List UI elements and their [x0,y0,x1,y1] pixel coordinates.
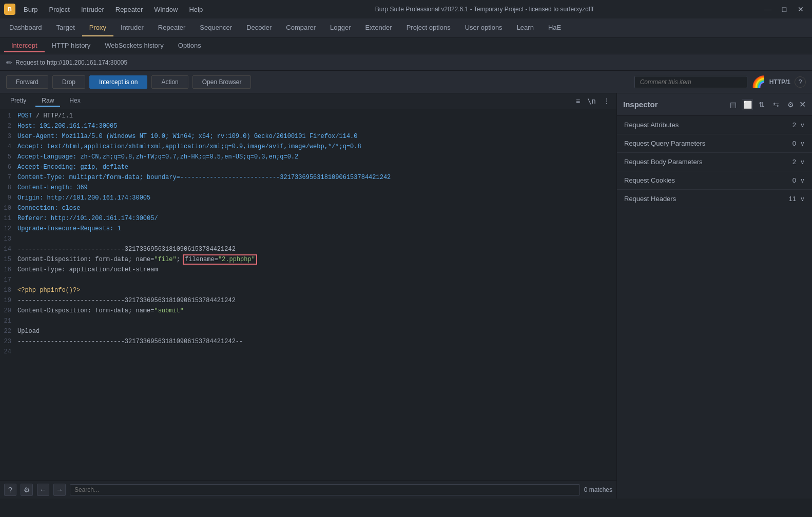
more-icon[interactable]: ⋮ [601,96,612,106]
nav-tab-project-options[interactable]: Project options [399,19,458,36]
code-area[interactable]: 1 POST / HTTP/1.1 2 Host: 101.200.161.17… [0,109,616,480]
editor-tab-raw[interactable]: Raw [35,95,60,107]
nav-tab-hae[interactable]: HaE [541,19,568,36]
action-button[interactable]: Action [151,75,188,89]
inspector-close-button[interactable]: ✕ [799,100,806,109]
nav-tab-decoder[interactable]: Decoder [239,19,279,36]
search-matches: 0 matches [584,486,612,493]
code-line-10: 10 Connection: close [0,204,616,214]
inspector-item-request-attributes[interactable]: Request Attributes 2 ∨ [617,116,812,134]
content-area: Pretty Raw Hex ≡ \n ⋮ 1 POST / HTTP/1.1 … [0,93,812,499]
menu-window[interactable]: Window [149,4,183,15]
code-line-4: 4 Accept: text/html,application/xhtml+xm… [0,142,616,152]
code-line-2: 2 Host: 101.200.161.174:30005 [0,122,616,132]
nav-tab-target[interactable]: Target [49,19,82,36]
menu-help[interactable]: Help [184,4,208,15]
code-line-1: 1 POST / HTTP/1.1 [0,111,616,122]
code-line-8: 8 Content-Length: 369 [0,183,616,193]
help-button[interactable]: ? [795,76,806,88]
code-line-21: 21 [0,316,616,327]
inspector-item-query-params[interactable]: Request Query Parameters 0 ∨ [617,134,812,153]
nav-tab-logger[interactable]: Logger [323,19,358,36]
inspector-panel-icon[interactable]: ⬜ [742,99,753,110]
toolbar: Forward Drop Intercept is on Action Open… [0,71,812,93]
nav-tab-sequencer[interactable]: Sequencer [192,19,239,36]
code-line-11: 11 Referer: http://101.200.161.174:30005… [0,214,616,224]
code-line-6: 6 Accept-Encoding: gzip, deflate [0,163,616,173]
menu-project[interactable]: Project [44,4,74,15]
intercept-button[interactable]: Intercept is on [89,75,147,89]
app-logo: B [4,4,15,15]
code-line-20: 20 Content-Disposition: form-data; name=… [0,306,616,316]
nav-tab-intruder[interactable]: Intruder [113,19,151,36]
inspector-item-cookies[interactable]: Request Cookies 0 ∨ [617,171,812,190]
search-help-button[interactable]: ? [4,484,16,496]
code-line-17: 17 [0,275,616,286]
sub-tab-websockets[interactable]: WebSockets history [98,39,171,52]
maximize-button[interactable]: □ [777,4,791,15]
code-line-12: 12 Upgrade-Insecure-Requests: 1 [0,224,616,234]
drop-button[interactable]: Drop [52,75,85,89]
nav-tab-learn[interactable]: Learn [510,19,541,36]
inspector-items: Request Attributes 2 ∨ Request Query Par… [617,116,812,499]
app-title: Burp Suite Professional v2022.6.1 - Temp… [375,6,594,13]
inspector-title: Inspector [623,100,723,109]
code-line-15: 15 Content-Disposition: form-data; name=… [0,255,616,265]
inspector-header: Inspector ▤ ⬜ ⇅ ⇆ ⚙ ✕ [617,93,812,116]
minimize-button[interactable]: — [761,4,775,15]
newline-icon[interactable]: \n [585,96,598,106]
inspector-align-icon[interactable]: ⇅ [756,99,767,110]
code-line-7: 7 Content-Type: multipart/form-data; bou… [0,173,616,183]
code-line-3: 3 User-Agent: Mozilla/5.0 (Windows NT 10… [0,132,616,142]
title-bar: B Burp Project Intruder Repeater Window … [0,0,812,18]
search-bar: ? ⚙ ← → 0 matches [0,480,616,499]
nav-tab-proxy[interactable]: Proxy [82,19,113,36]
inspector-panel: Inspector ▤ ⬜ ⇅ ⇆ ⚙ ✕ Request Attributes… [617,93,812,499]
search-settings-button[interactable]: ⚙ [21,484,33,496]
inspector-item-body-params[interactable]: Request Body Parameters 2 ∨ [617,153,812,171]
inspector-list-icon[interactable]: ▤ [727,99,739,110]
search-prev-button[interactable]: ← [37,484,49,496]
menu-repeater[interactable]: Repeater [110,4,148,15]
nav-tab-dashboard[interactable]: Dashboard [2,19,49,36]
code-line-5: 5 Accept-Language: zh-CN,zh;q=0.8,zh-TW;… [0,152,616,163]
inspector-settings-icon[interactable]: ⚙ [785,99,796,110]
forward-button[interactable]: Forward [6,75,48,89]
search-input[interactable] [70,484,580,495]
close-button[interactable]: ✕ [794,4,808,15]
open-browser-button[interactable]: Open Browser [192,75,252,89]
nav-tab-extender[interactable]: Extender [358,19,399,36]
request-bar: ✏ Request to http://101.200.161.174:3000… [0,54,812,71]
comment-input[interactable] [634,76,747,88]
request-url: Request to http://101.200.161.174:30005 [15,59,127,66]
title-menu: Burp Project Intruder Repeater Window He… [18,4,208,15]
sub-tab-http-history[interactable]: HTTP history [45,39,98,52]
http-version-label: HTTP/1 [769,78,790,86]
sub-nav: Intercept HTTP history WebSockets histor… [0,38,812,54]
menu-burp[interactable]: Burp [18,4,43,15]
code-line-9: 9 Origin: http://101.200.161.174:30005 [0,193,616,204]
code-line-19: 19 -----------------------------32173369… [0,296,616,306]
nav-tab-user-options[interactable]: User options [458,19,510,36]
code-line-13: 13 [0,234,616,245]
wrap-icon[interactable]: ≡ [574,96,582,106]
code-line-16: 16 Content-Type: application/octet-strea… [0,265,616,275]
sub-tab-options[interactable]: Options [171,39,208,52]
editor-panel: Pretty Raw Hex ≡ \n ⋮ 1 POST / HTTP/1.1 … [0,93,617,499]
main-nav: Dashboard Target Proxy Intruder Repeater… [0,18,812,38]
inspector-item-headers[interactable]: Request Headers 11 ∨ [617,190,812,208]
colorful-icon: 🌈 [751,75,765,89]
editor-tab-pretty[interactable]: Pretty [4,95,32,107]
search-next-button[interactable]: → [53,484,66,496]
sub-tab-intercept[interactable]: Intercept [4,39,45,52]
inspector-collapse-icon[interactable]: ⇆ [770,99,782,110]
nav-tab-repeater[interactable]: Repeater [151,19,192,36]
pen-icon: ✏ [6,58,12,67]
code-line-18: 18 <?php phpinfo()?> [0,286,616,296]
editor-tabs: Pretty Raw Hex ≡ \n ⋮ [0,93,616,109]
menu-intruder[interactable]: Intruder [76,4,109,15]
nav-tab-comparer[interactable]: Comparer [279,19,323,36]
code-line-14: 14 -----------------------------32173369… [0,245,616,255]
editor-tab-hex[interactable]: Hex [63,95,86,107]
code-line-23: 23 -----------------------------32173369… [0,337,616,347]
